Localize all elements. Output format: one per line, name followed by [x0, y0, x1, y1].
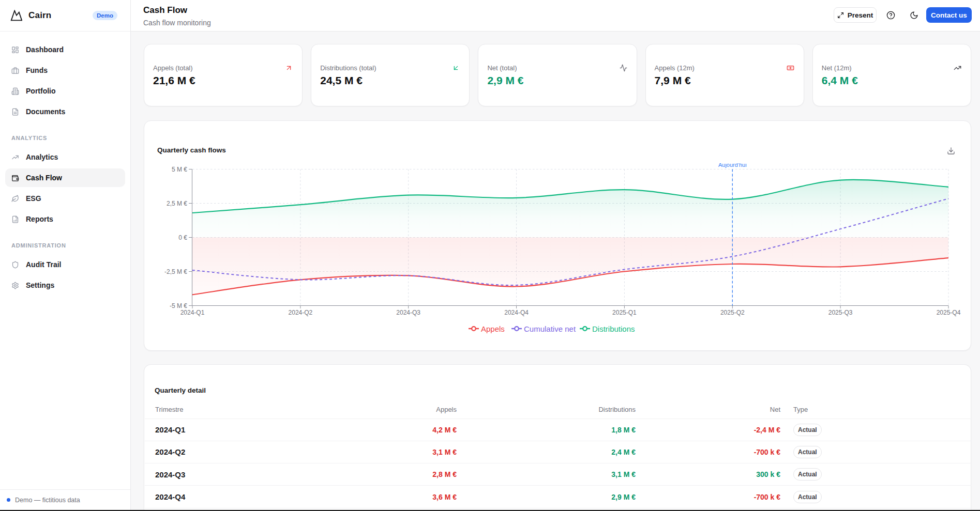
svg-text:2025-Q2: 2025-Q2 — [720, 309, 745, 316]
svg-text:2024-Q2: 2024-Q2 — [289, 309, 313, 316]
svg-text:Cumulative net: Cumulative net — [524, 324, 576, 333]
svg-text:Distributions: Distributions — [592, 324, 635, 333]
svg-text:5 M €: 5 M € — [172, 166, 187, 173]
svg-text:-2,5 M €: -2,5 M € — [164, 268, 187, 275]
svg-text:-5 M €: -5 M € — [170, 302, 187, 309]
svg-text:2024-Q4: 2024-Q4 — [504, 309, 529, 316]
svg-text:2025-Q1: 2025-Q1 — [612, 309, 637, 316]
svg-text:0 €: 0 € — [178, 234, 187, 241]
svg-text:Appels: Appels — [481, 324, 505, 333]
svg-text:2025-Q3: 2025-Q3 — [828, 309, 853, 316]
svg-text:Aujourd'hui: Aujourd'hui — [718, 162, 747, 168]
svg-text:2,5 M €: 2,5 M € — [167, 200, 187, 207]
svg-text:2024-Q1: 2024-Q1 — [180, 309, 205, 316]
svg-text:2024-Q3: 2024-Q3 — [396, 309, 420, 316]
svg-text:2025-Q4: 2025-Q4 — [937, 309, 961, 316]
